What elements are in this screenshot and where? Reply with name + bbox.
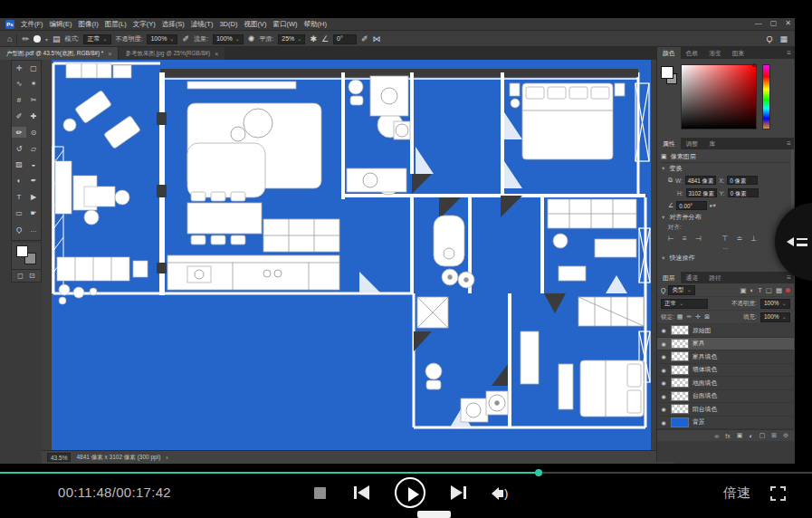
lock-position-icon[interactable]: ✛ bbox=[695, 313, 701, 321]
tab-properties[interactable]: 属性 bbox=[657, 138, 681, 149]
maximize-button[interactable]: ▢ bbox=[770, 19, 778, 27]
blur-tool[interactable]: ◒ bbox=[26, 159, 41, 170]
filter-pixel-icon[interactable]: ▣ bbox=[740, 286, 747, 294]
menu-window[interactable]: 窗口(W) bbox=[272, 20, 297, 29]
brush-angle-input[interactable]: 0° bbox=[333, 34, 357, 44]
more-options[interactable]: ... bbox=[661, 244, 790, 253]
mode-select[interactable]: 正常⌄ bbox=[83, 34, 110, 44]
hue-slider[interactable] bbox=[762, 64, 770, 130]
stop-button[interactable] bbox=[314, 487, 326, 499]
saturation-picker[interactable] bbox=[681, 64, 757, 130]
brush-preset-icon[interactable] bbox=[33, 35, 41, 43]
tab-channels[interactable]: 通道 bbox=[681, 272, 704, 283]
panel-menu-icon[interactable]: ≡ bbox=[787, 47, 791, 59]
layer-thumbnail[interactable] bbox=[671, 391, 689, 401]
x-input[interactable]: 0 像素 bbox=[727, 176, 758, 185]
crop-tool[interactable]: # bbox=[12, 95, 26, 106]
brush-tool-icon[interactable]: ✏ bbox=[22, 34, 29, 43]
layer-visibility-icon[interactable]: ◉ bbox=[660, 367, 667, 373]
align-bottom-icon[interactable]: ⊥ bbox=[750, 235, 757, 243]
lock-transparent-icon[interactable]: ▦ bbox=[677, 313, 683, 321]
layer-style-icon[interactable]: fx bbox=[725, 433, 730, 439]
smoothing-gear-icon[interactable]: ✱ bbox=[310, 34, 317, 43]
flip-icons[interactable]: ▸▾ bbox=[710, 202, 716, 209]
menu-edit[interactable]: 编辑(E) bbox=[50, 20, 72, 29]
layer-thumbnail[interactable] bbox=[671, 325, 689, 335]
slice-tool[interactable]: ✂ bbox=[26, 95, 41, 106]
tab-swatches[interactable]: 色板 bbox=[681, 47, 704, 59]
layer-visibility-icon[interactable]: ◉ bbox=[660, 327, 667, 333]
workspace-icon[interactable]: ▦ bbox=[779, 34, 788, 43]
menu-3d[interactable]: 3D(D) bbox=[219, 20, 237, 28]
height-input[interactable]: 3102 像素 bbox=[686, 188, 717, 197]
more-tools-button[interactable]: … bbox=[26, 224, 41, 235]
type-tool[interactable]: T bbox=[12, 192, 26, 203]
menu-filter[interactable]: 滤镜(T) bbox=[191, 20, 214, 29]
clone-stamp-tool[interactable]: ⊙ bbox=[26, 127, 41, 138]
layer-thumbnail[interactable] bbox=[671, 339, 689, 349]
volume-button[interactable]: ) bbox=[492, 487, 508, 500]
brush-preset-caret[interactable]: ▾ bbox=[45, 36, 48, 43]
filter-adjustment-icon[interactable]: ◐ bbox=[750, 286, 755, 294]
foreground-color-swatch[interactable] bbox=[661, 66, 673, 79]
filter-toggle-icon[interactable] bbox=[786, 288, 790, 293]
y-input[interactable]: 0 像素 bbox=[728, 188, 759, 197]
brush-tool[interactable]: ✏ bbox=[12, 127, 26, 138]
brush-panel-toggle-icon[interactable]: ▤ bbox=[53, 34, 61, 43]
filter-shape-icon[interactable]: ▢ bbox=[766, 286, 772, 294]
airbrush-icon[interactable]: ✺ bbox=[248, 34, 255, 43]
zoom-level-field[interactable]: 43.5% bbox=[47, 453, 71, 462]
dodge-tool[interactable]: ◐ bbox=[12, 176, 26, 187]
menu-select[interactable]: 选择(S) bbox=[162, 20, 185, 29]
menu-file[interactable]: 文件(F) bbox=[21, 20, 43, 29]
move-tool[interactable]: ✛ bbox=[12, 62, 26, 73]
layer-row[interactable]: ◉ 原始图 bbox=[657, 324, 794, 338]
collapse-icon[interactable]: ▼ bbox=[661, 166, 665, 171]
layer-row-selected[interactable]: ◉ 家具 bbox=[657, 338, 794, 351]
next-button[interactable] bbox=[451, 485, 466, 500]
layer-visibility-icon[interactable]: ◉ bbox=[660, 406, 667, 412]
pressure-size-icon[interactable]: ✐ bbox=[361, 34, 368, 43]
menu-image[interactable]: 图像(I) bbox=[79, 20, 99, 29]
menu-type[interactable]: 文字(Y) bbox=[133, 20, 156, 29]
collapse-icon[interactable]: ▼ bbox=[661, 215, 665, 220]
layer-row-background[interactable]: ◉ 背景 bbox=[657, 417, 794, 430]
layer-row[interactable]: ◉ 台面填色 bbox=[657, 390, 794, 404]
smoothing-input[interactable]: 25%⌄ bbox=[278, 34, 305, 44]
zoom-tool[interactable]: Ϙ bbox=[12, 224, 26, 235]
lock-all-icon[interactable]: ⊠ bbox=[704, 313, 710, 321]
adjustment-layer-icon[interactable]: ◐ bbox=[749, 433, 752, 439]
previous-button[interactable] bbox=[354, 485, 369, 500]
tab-gradients[interactable]: 渐变 bbox=[703, 47, 727, 59]
history-brush-tool[interactable]: ↺ bbox=[12, 143, 26, 154]
opacity-input[interactable]: 100%⌄ bbox=[147, 34, 177, 44]
layer-row[interactable]: ◉ 墙体填色 bbox=[657, 364, 794, 378]
document-tab-floorplan[interactable]: 户型图.pdf @ 43.5%(底图, RGB/8#) * × bbox=[0, 47, 118, 60]
filter-smart-icon[interactable]: ▦ bbox=[776, 286, 782, 294]
progress-bar[interactable] bbox=[0, 472, 812, 474]
layer-thumbnail[interactable] bbox=[671, 351, 689, 361]
tab-patterns[interactable]: 图案 bbox=[727, 47, 750, 59]
add-mask-icon[interactable]: ▣ bbox=[737, 432, 743, 439]
playback-speed-button[interactable]: 倍速 bbox=[723, 484, 750, 502]
layer-filter-select[interactable]: 类型 ⌄ bbox=[668, 285, 694, 295]
fullscreen-button[interactable] bbox=[770, 486, 786, 501]
tab-paths[interactable]: 路径 bbox=[703, 272, 727, 283]
magic-wand-tool[interactable]: ✶ bbox=[26, 79, 41, 90]
tab-color[interactable]: 颜色 bbox=[657, 47, 681, 59]
foreground-color-swatch[interactable] bbox=[16, 245, 28, 257]
tab-close-icon[interactable]: × bbox=[215, 51, 218, 57]
layer-opacity-input[interactable]: 100% ⌄ bbox=[760, 299, 790, 309]
angle-input[interactable]: 0.00° bbox=[676, 201, 707, 210]
align-center-icon[interactable]: ≡ bbox=[683, 235, 687, 243]
filter-type-icon[interactable]: T bbox=[758, 286, 762, 294]
tab-layers[interactable]: 图层 bbox=[657, 272, 681, 283]
link-layers-icon[interactable]: ∞ bbox=[714, 433, 719, 439]
layer-thumbnail[interactable] bbox=[671, 404, 689, 414]
layer-row[interactable]: ◉ 家具填色 bbox=[657, 350, 794, 364]
pressure-opacity-icon[interactable]: ✐ bbox=[182, 34, 189, 43]
quick-mask-icon[interactable]: ◻ bbox=[17, 272, 24, 280]
tab-adjustments[interactable]: 调整 bbox=[681, 138, 704, 149]
new-group-icon[interactable]: ▢ bbox=[759, 432, 766, 439]
blend-mode-select[interactable]: 正常 ⌄ bbox=[661, 299, 708, 309]
